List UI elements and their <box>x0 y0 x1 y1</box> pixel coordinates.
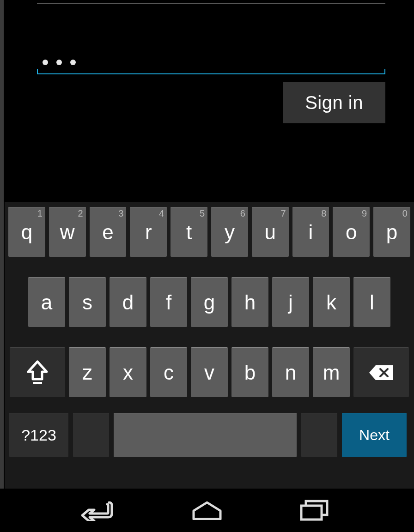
recents-nav-button[interactable] <box>291 496 337 524</box>
key-sup: 8 <box>321 208 326 219</box>
key-k[interactable]: k <box>313 277 350 327</box>
key-shift[interactable] <box>10 347 65 397</box>
password-dot <box>43 60 48 65</box>
back-arrow-icon <box>81 500 118 521</box>
home-nav-button[interactable] <box>184 496 230 524</box>
key-n[interactable]: n <box>272 347 309 397</box>
key-sup: 7 <box>280 208 286 219</box>
back-nav-button[interactable] <box>77 496 123 524</box>
key-period[interactable] <box>301 413 337 457</box>
key-h[interactable]: h <box>231 277 268 327</box>
key-z[interactable]: z <box>69 347 106 397</box>
key-y[interactable]: y6 <box>211 207 248 257</box>
signin-button[interactable]: Sign in <box>283 82 385 123</box>
login-form: peter.wahlgren <box>37 0 385 74</box>
password-dot <box>56 60 62 65</box>
recents-icon <box>299 499 329 521</box>
key-f[interactable]: f <box>150 277 187 327</box>
key-sup: 4 <box>159 208 164 219</box>
key-r[interactable]: r4 <box>130 207 167 257</box>
home-icon <box>191 501 223 520</box>
key-o[interactable]: o9 <box>333 207 370 257</box>
key-sup: 6 <box>240 208 245 219</box>
key-sup: 0 <box>402 208 408 219</box>
key-backspace[interactable] <box>353 347 409 397</box>
key-q[interactable]: q1 <box>8 207 45 257</box>
key-l[interactable]: l <box>353 277 390 327</box>
key-s[interactable]: s <box>69 277 106 327</box>
key-w[interactable]: w2 <box>49 207 86 257</box>
key-c[interactable]: c <box>150 347 187 397</box>
backspace-icon <box>367 363 395 382</box>
key-sup: 9 <box>362 208 367 219</box>
key-sup: 3 <box>118 208 123 219</box>
navigation-bar <box>0 489 414 532</box>
key-p[interactable]: p0 <box>373 207 410 257</box>
key-g[interactable]: g <box>191 277 228 327</box>
key-j[interactable]: j <box>272 277 309 327</box>
key-b[interactable]: b <box>231 347 268 397</box>
password-field[interactable] <box>37 49 385 74</box>
screen-edge <box>0 0 4 532</box>
key-space[interactable] <box>114 413 297 457</box>
key-x[interactable]: x <box>110 347 146 397</box>
key-m[interactable]: m <box>313 347 350 397</box>
key-sup: 5 <box>200 208 205 219</box>
key-d[interactable]: d <box>110 277 146 327</box>
key-u[interactable]: u7 <box>252 207 289 257</box>
key-symbols[interactable]: ?123 <box>9 413 68 457</box>
key-i[interactable]: i8 <box>292 207 329 257</box>
shift-icon <box>26 360 49 386</box>
username-field[interactable]: peter.wahlgren <box>37 0 385 4</box>
key-next[interactable]: Next <box>342 413 407 457</box>
svg-rect-0 <box>33 382 42 384</box>
key-t[interactable]: t5 <box>170 207 207 257</box>
key-sup: 1 <box>37 208 43 219</box>
key-e[interactable]: e3 <box>90 207 127 257</box>
key-v[interactable]: v <box>191 347 228 397</box>
password-dot <box>70 60 76 65</box>
key-comma[interactable] <box>73 413 109 457</box>
svg-rect-1 <box>301 506 322 520</box>
key-a[interactable]: a <box>28 277 65 327</box>
keyboard: q1w2e3r4t5y6u7i8o9p0 asdfghjkl zxcvbnm ?… <box>5 202 414 489</box>
key-sup: 2 <box>78 208 83 219</box>
password-dots <box>37 53 385 68</box>
